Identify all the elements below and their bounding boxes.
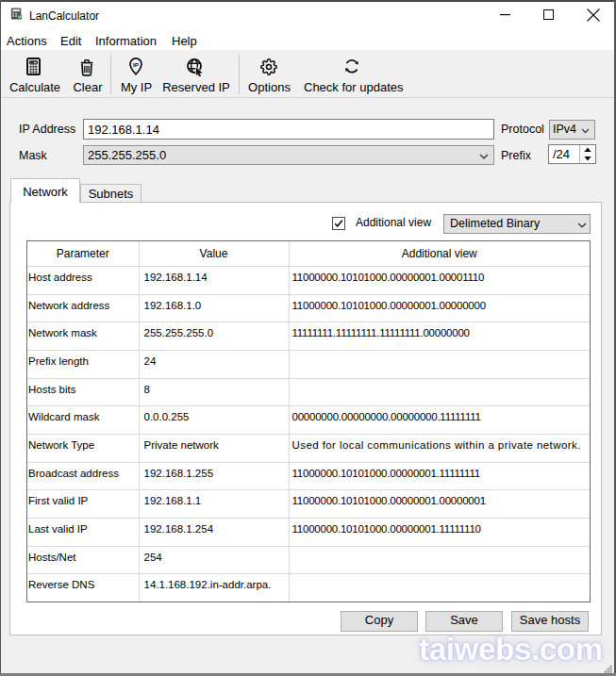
svg-text:IP: IP [133, 61, 139, 68]
